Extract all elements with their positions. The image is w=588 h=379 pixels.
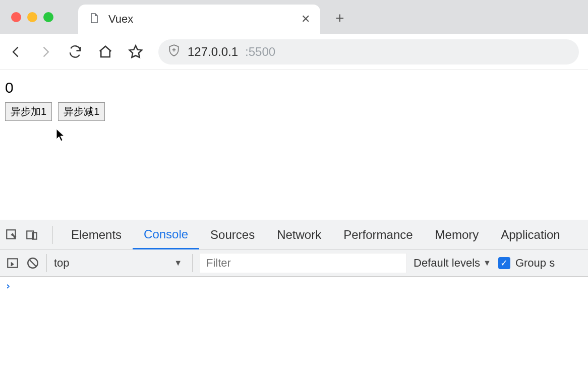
device-toolbar-icon[interactable] [25,228,38,241]
divider [52,226,53,244]
group-similar-checkbox[interactable]: ✓ Group s [498,257,555,270]
bookmark-button[interactable] [128,44,143,59]
tab-network[interactable]: Network [266,220,332,249]
page-content: 0 异步加1 异步减1 [0,70,588,130]
tab-memory[interactable]: Memory [424,220,490,249]
close-icon[interactable]: ✕ [301,13,310,26]
checkbox-checked-icon: ✓ [498,257,510,269]
back-button[interactable] [9,45,23,59]
divider [46,254,47,272]
tab-sources[interactable]: Sources [199,220,266,249]
window-minimize-button[interactable] [27,12,37,22]
window-controls [11,12,53,22]
browser-tab[interactable]: Vuex ✕ [78,5,320,34]
async-sub-button[interactable]: 异步减1 [58,102,105,121]
console-filter-input[interactable] [200,253,406,273]
async-add-button[interactable]: 异步加1 [5,102,52,121]
devtools-panel: Elements Console Sources Network Perform… [0,220,588,379]
cursor-icon [55,129,67,145]
new-tab-button[interactable]: + [335,10,344,27]
log-levels-select[interactable]: Default levels ▼ [414,257,491,270]
inspect-element-icon[interactable] [5,228,18,241]
shield-icon[interactable] [167,44,181,60]
forward-button[interactable] [38,45,52,59]
console-sidebar-icon[interactable] [6,257,19,270]
browser-toolbar: 127.0.0.1:5500 [0,34,588,70]
log-levels-label: Default levels [414,257,480,270]
file-icon [88,12,100,26]
group-similar-label: Group s [515,257,555,270]
window-close-button[interactable] [11,12,21,22]
browser-chrome: Vuex ✕ + [0,0,588,34]
url-host: 127.0.0.1 [188,45,238,59]
divider [192,254,193,272]
console-output[interactable]: › [0,277,588,379]
console-filter-bar: top ▼ Default levels ▼ ✓ Group s [0,249,588,277]
home-button[interactable] [98,44,113,59]
chevron-down-icon: ▼ [483,259,491,268]
url-bar[interactable]: 127.0.0.1:5500 [158,39,579,65]
window-zoom-button[interactable] [43,12,53,22]
tab-console[interactable]: Console [133,220,199,249]
console-prompt-caret: › [5,280,11,292]
execution-context-select[interactable]: top ▼ [54,257,185,270]
clear-console-icon[interactable] [26,257,39,270]
devtools-tabbar: Elements Console Sources Network Perform… [0,220,588,249]
tab-title: Vuex [108,13,293,26]
counter-value: 0 [5,79,583,96]
tab-elements[interactable]: Elements [60,220,133,249]
tab-performance[interactable]: Performance [332,220,424,249]
url-port: :5500 [245,45,275,59]
chevron-down-icon: ▼ [174,259,182,268]
execution-context-label: top [54,257,70,270]
reload-button[interactable] [68,44,83,59]
tab-application[interactable]: Application [490,220,571,249]
